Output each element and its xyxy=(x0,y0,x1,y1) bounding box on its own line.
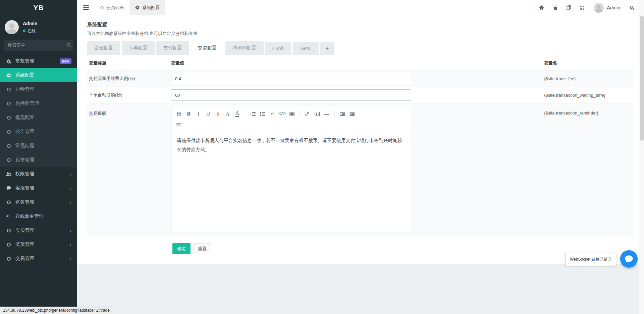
ordered-list-icon[interactable]: 123 xyxy=(248,108,258,120)
sidebar-item-system-config[interactable]: 系统配置 xyxy=(0,68,77,82)
app-logo[interactable]: YB xyxy=(0,0,77,15)
page-subtitle: 可以在此增改系统的变量和分组,也可以自定义分组和变量 xyxy=(87,31,634,37)
scrollbar-thumb[interactable] xyxy=(640,16,644,141)
avatar xyxy=(594,3,604,13)
sidebar-item-auth[interactable]: 权限管理 ‹ xyxy=(0,167,77,181)
scrollbar-track[interactable] xyxy=(639,0,644,314)
blockquote-button[interactable]: “ xyxy=(267,108,277,120)
sidebar-item-faq[interactable]: 常见问题 xyxy=(0,139,77,153)
sidebar-item-label: 常见问题 xyxy=(15,143,34,149)
toolbar-separator xyxy=(300,111,300,117)
sidebar-item-label: 财务管理 xyxy=(15,199,34,205)
circle-icon xyxy=(6,243,12,246)
gear-icon xyxy=(135,5,140,10)
row-var-name: {$site.trade_fee} xyxy=(540,76,634,81)
sidebar-item-label: 在线命令管理 xyxy=(15,213,44,219)
sidebar-item-label: 币种管理 xyxy=(15,86,34,92)
image-icon[interactable] xyxy=(312,108,322,120)
sidebar-item-service[interactable]: 客服管理 ‹ xyxy=(0,181,77,195)
gear-icon xyxy=(6,73,12,78)
settings-gears-icon[interactable] xyxy=(629,5,635,10)
sidebar-item-label: 公告管理 xyxy=(15,129,34,135)
config-tab-tencent-im[interactable]: 腾讯IM配置 xyxy=(225,41,264,55)
config-tabs: 基础配置 字典配置 支付配置 交易配置 腾讯IM配置 Huobi Getui + xyxy=(87,41,634,55)
config-tab-trade[interactable]: 交易配置 xyxy=(191,41,224,55)
sidebar: YB Admin 在线 常规管理 new 系统配置 xyxy=(0,0,77,314)
row-var-name: {$site.transaction_waiting_time} xyxy=(540,93,634,98)
tab-member-list[interactable]: 会员列表 xyxy=(95,0,129,15)
row-var-name: {$site.transaction_reminder} xyxy=(540,106,634,116)
avatar xyxy=(5,20,19,34)
reset-button[interactable]: 重置 xyxy=(193,243,211,254)
strikethrough-button[interactable]: S xyxy=(213,108,223,120)
table-icon[interactable] xyxy=(287,108,297,120)
sidebar-item-label: 客服管理 xyxy=(15,185,34,191)
topbar-right: Admin xyxy=(539,3,644,13)
code-button[interactable]: </> xyxy=(277,108,287,120)
sidebar-item-notice[interactable]: 公告管理 xyxy=(0,125,77,139)
sidebar-item-banner[interactable]: 轮播图管理 xyxy=(0,96,77,110)
add-tab-button[interactable]: + xyxy=(320,42,334,55)
config-tab-pay[interactable]: 支付配置 xyxy=(156,41,189,55)
form-actions: 确定 重置 xyxy=(172,243,634,262)
sidebar-item-withdraw[interactable]: 提现配置 xyxy=(0,110,77,125)
submit-button[interactable]: 确定 xyxy=(172,243,191,254)
topbar: 会员列表 系统配置 Admin xyxy=(77,0,644,15)
sidebar-item-general[interactable]: 常规管理 new xyxy=(0,54,77,68)
sidebar-item-coin[interactable]: 币种管理 xyxy=(0,82,77,96)
config-tab-huobi[interactable]: Huobi xyxy=(265,42,292,55)
sidebar-item-label: 轮播图管理 xyxy=(15,100,39,106)
sidebar-item-feedback[interactable]: 反馈管理 xyxy=(0,153,77,167)
search-icon[interactable] xyxy=(67,43,71,47)
trash-icon[interactable] xyxy=(553,5,557,10)
sidebar-item-prize[interactable]: 奖项管理 ‹ xyxy=(0,237,77,252)
tab-system-config[interactable]: 系统配置 xyxy=(129,0,165,15)
underline-button[interactable]: U xyxy=(203,108,213,120)
heading-button[interactable]: H xyxy=(174,108,184,120)
circle-icon xyxy=(6,200,12,204)
search-input[interactable] xyxy=(8,43,67,48)
row-title: 下单自动取消(秒) xyxy=(87,92,171,98)
circle-icon xyxy=(6,102,12,105)
link-icon[interactable] xyxy=(303,108,312,120)
hamburger-menu-icon[interactable] xyxy=(77,0,95,15)
config-tab-getui[interactable]: Getui xyxy=(293,42,318,55)
home-icon[interactable] xyxy=(539,5,544,10)
auto-cancel-input[interactable] xyxy=(171,89,411,101)
sidebar-item-label: 交易管理 xyxy=(15,256,34,262)
config-tab-dictionary[interactable]: 字典配置 xyxy=(122,41,155,55)
user-panel: Admin 在线 xyxy=(0,15,77,38)
trade-fee-input[interactable] xyxy=(171,73,411,84)
gears-icon xyxy=(6,59,12,64)
clear-cache-icon[interactable] xyxy=(567,5,571,10)
circle-icon xyxy=(6,116,12,120)
sidebar-item-command[interactable]: >_ 在线命令管理 xyxy=(0,209,77,223)
chevron-left-icon: ‹ xyxy=(69,242,71,248)
sidebar-item-member[interactable]: 会员管理 ‹ xyxy=(0,223,77,237)
align-left-icon[interactable] xyxy=(174,120,184,131)
svg-text:3: 3 xyxy=(250,115,251,116)
sidebar-item-finance[interactable]: 财务管理 ‹ xyxy=(0,195,77,209)
editor-content[interactable]: 请确保付款卡所属人与平台实名信息一致，若不一致卖家有权不放币。请不要使用支付宝银… xyxy=(171,132,411,232)
user-name: Admin xyxy=(23,21,38,26)
chevron-left-icon: ‹ xyxy=(69,199,71,205)
circle-icon xyxy=(6,88,12,91)
config-tab-basic[interactable]: 基础配置 xyxy=(87,41,120,55)
indent-decrease-icon[interactable] xyxy=(347,108,357,120)
chevron-left-icon: ‹ xyxy=(69,228,71,233)
font-color-button[interactable]: A xyxy=(235,110,239,117)
bold-button[interactable]: B xyxy=(184,108,194,120)
chat-widget-button[interactable] xyxy=(620,250,638,268)
unordered-list-icon[interactable] xyxy=(258,108,267,120)
font-button[interactable]: A xyxy=(223,108,232,120)
terminal-icon: >_ xyxy=(6,214,12,219)
horizontal-rule-button[interactable]: — xyxy=(322,108,332,120)
indent-increase-icon[interactable] xyxy=(337,108,347,120)
user-menu[interactable]: Admin xyxy=(594,3,620,13)
fullscreen-icon[interactable] xyxy=(580,5,585,10)
users-icon xyxy=(6,172,12,176)
user-status-label: 在线 xyxy=(28,28,36,34)
sidebar-item-trade[interactable]: 交易管理 ‹ xyxy=(0,252,77,266)
italic-button[interactable]: I xyxy=(194,108,203,120)
toolbar-separator xyxy=(245,111,245,117)
